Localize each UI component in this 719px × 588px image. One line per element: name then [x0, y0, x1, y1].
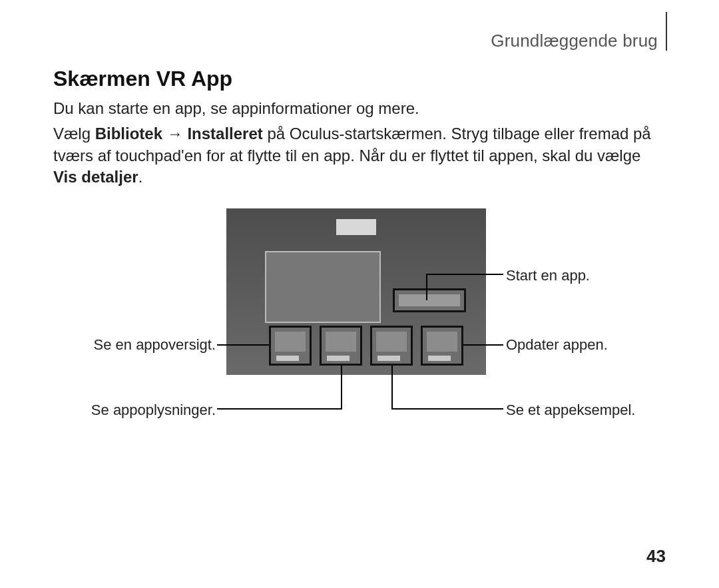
header-divider [666, 12, 667, 51]
vr-app-diagram: Start en app. Se en appoversigt. Opdater… [53, 208, 666, 448]
instruction-paragraph: Vælg Bibliotek → Installeret på Oculus-s… [53, 123, 666, 188]
screenshot-tile-1 [269, 326, 312, 366]
menu-item-installed: Installeret [187, 125, 262, 143]
section-label: Grundlæggende brug [491, 31, 658, 51]
intro-paragraph: Du kan starte en app, se appinformatione… [53, 98, 666, 119]
page-title: Skærmen VR App [53, 67, 666, 91]
leader-line [463, 344, 503, 346]
callout-start-app: Start en app. [506, 267, 590, 284]
callout-update: Opdater appen. [506, 336, 608, 354]
callout-example: Se et appeksempel. [506, 402, 635, 419]
leader-line [391, 408, 503, 410]
callout-overview: Se en appoversigt. [63, 336, 216, 354]
arrow-glyph: → [162, 125, 187, 143]
leader-line [217, 408, 342, 410]
leader-line [217, 344, 269, 346]
text-segment: Vælg [53, 125, 95, 143]
screenshot-topbar [336, 219, 376, 235]
screenshot-start-button [393, 288, 466, 312]
text-segment: . [138, 168, 143, 186]
page-number: 43 [646, 546, 666, 567]
screenshot-tile-2 [320, 326, 362, 366]
callout-app-info: Se appoplysninger. [63, 402, 216, 419]
leader-line [341, 366, 342, 410]
screenshot-tile-4 [421, 326, 463, 366]
manual-page: Grundlæggende brug Skærmen VR App Du kan… [0, 0, 719, 588]
leader-line [426, 274, 503, 275]
action-view-details: Vis detaljer [53, 168, 138, 186]
leader-line [426, 274, 427, 300]
leader-line [391, 366, 393, 410]
screenshot-panel [226, 208, 486, 375]
screenshot-preview [265, 251, 381, 323]
menu-item-library: Bibliotek [95, 125, 162, 143]
screenshot-tile-3 [370, 326, 413, 366]
